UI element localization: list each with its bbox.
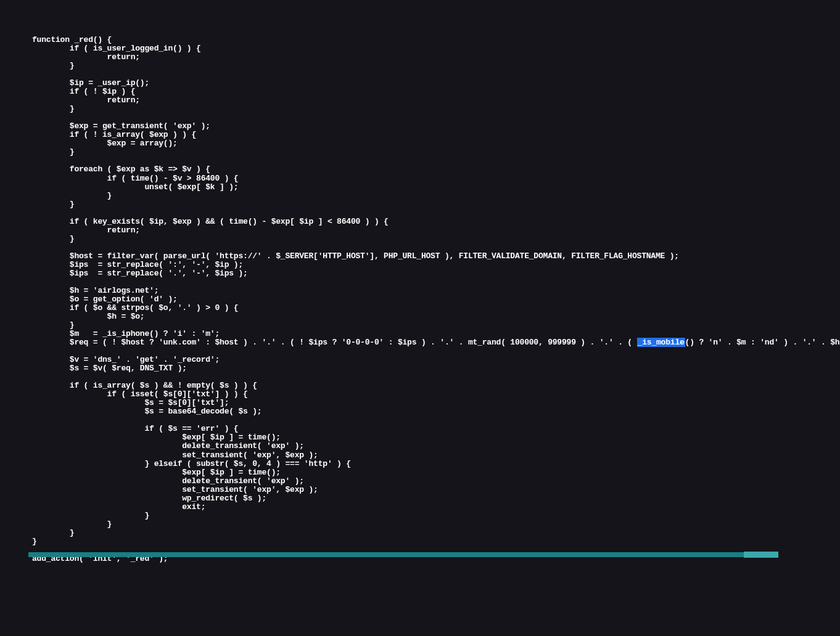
code-editor[interactable]: function _red() { if ( is_user_logged_in… xyxy=(0,0,840,563)
highlighted-token: _is_mobile xyxy=(637,338,685,347)
code-content: function _red() { if ( is_user_logged_in… xyxy=(32,35,840,563)
horizontal-scrollbar-thumb[interactable] xyxy=(744,552,778,558)
horizontal-scrollbar-track[interactable] xyxy=(28,552,778,557)
